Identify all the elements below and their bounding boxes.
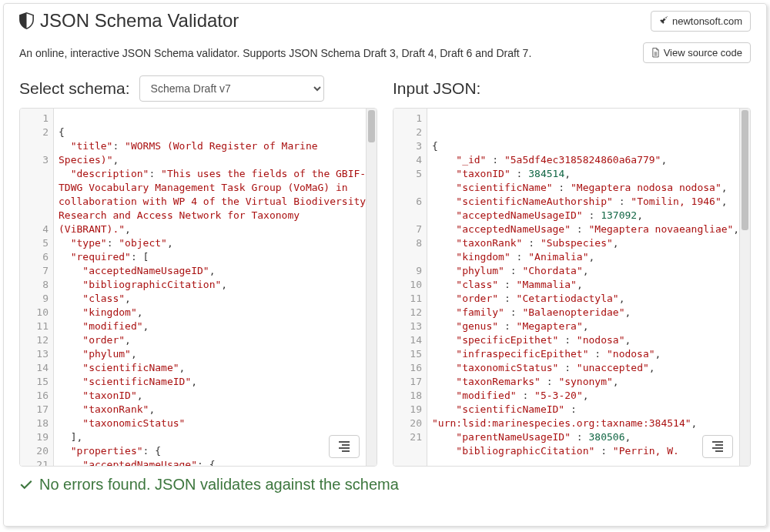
validation-result: No errors found. JSON validates against … bbox=[19, 476, 751, 494]
view-source-button[interactable]: View source code bbox=[643, 42, 751, 63]
format-schema-button[interactable] bbox=[329, 435, 360, 458]
format-icon bbox=[712, 441, 723, 452]
json-gutter: 123456 78910111213 1415161718192021 2223 bbox=[393, 109, 427, 466]
schema-scrollbar[interactable] bbox=[366, 109, 377, 466]
format-icon bbox=[339, 441, 350, 452]
page-title: JSON Schema Validator bbox=[40, 10, 239, 32]
schema-gutter: 123 4567891011 12131415161718 19202122 bbox=[20, 109, 54, 466]
schema-editor[interactable]: 123 4567891011 12131415161718 19202122 {… bbox=[19, 108, 377, 467]
check-icon bbox=[19, 478, 33, 492]
rocket-icon bbox=[659, 16, 668, 25]
schema-select[interactable]: Schema Draft v7 bbox=[139, 75, 324, 102]
format-json-button[interactable] bbox=[702, 435, 733, 458]
select-schema-label: Select schema: bbox=[19, 79, 130, 98]
view-source-label: View source code bbox=[664, 47, 742, 59]
page-description: An online, interactive JSON Schema valid… bbox=[19, 47, 531, 59]
json-editor[interactable]: 123456 78910111213 1415161718192021 2223… bbox=[393, 108, 751, 467]
newtonsoft-link[interactable]: newtonsoft.com bbox=[651, 11, 751, 32]
validation-message: No errors found. JSON validates against … bbox=[39, 476, 399, 494]
newtonsoft-label: newtonsoft.com bbox=[672, 15, 742, 27]
input-json-label: Input JSON: bbox=[393, 79, 480, 98]
schema-code[interactable]: { "title": "WORMS (World Register of Mar… bbox=[54, 109, 377, 466]
shield-icon bbox=[19, 12, 34, 29]
json-code[interactable]: { "_id" : "5a5df4ec3185824860a6a779", "t… bbox=[427, 109, 750, 466]
json-scrollbar[interactable] bbox=[739, 109, 750, 466]
file-icon bbox=[651, 48, 660, 58]
